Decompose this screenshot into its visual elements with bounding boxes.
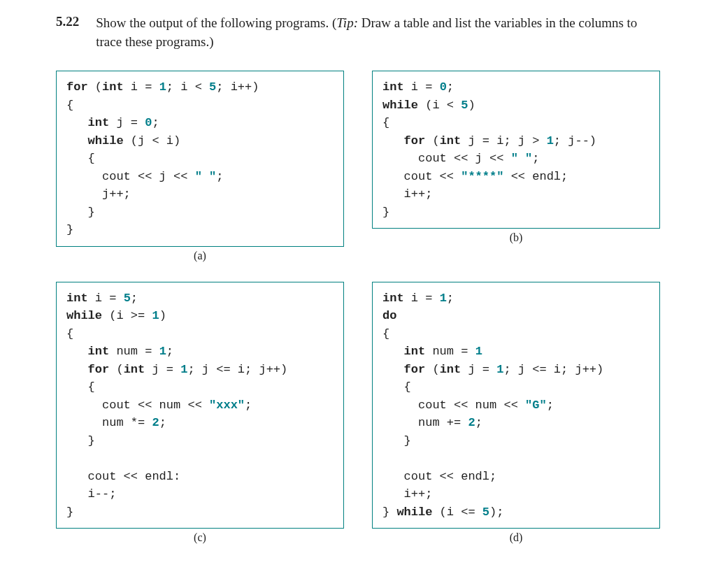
problem-text-before: Show the output of the following program… <box>96 15 336 30</box>
caption-b: (b) <box>372 231 660 244</box>
problem-number: 5.22 <box>56 14 79 29</box>
code-box-b: int i = 0; while (i < 5) { for (int j = … <box>372 71 660 229</box>
code-box-d: int i = 1; do { int num = 1 for (int j =… <box>372 282 660 529</box>
code-grid: for (int i = 1; i < 5; i++) { int j = 0;… <box>56 71 660 555</box>
code-box-a: for (int i = 1; i < 5; i++) { int j = 0;… <box>56 71 344 247</box>
caption-c: (c) <box>56 531 344 544</box>
code-box-c: int i = 5; while (i >= 1) { int num = 1;… <box>56 282 344 529</box>
caption-d: (d) <box>372 531 660 544</box>
problem-header: 5.22 Show the output of the following pr… <box>56 14 660 51</box>
problem-statement: Show the output of the following program… <box>96 14 660 51</box>
tip-label: Tip: <box>336 15 358 30</box>
caption-a: (a) <box>56 250 344 262</box>
